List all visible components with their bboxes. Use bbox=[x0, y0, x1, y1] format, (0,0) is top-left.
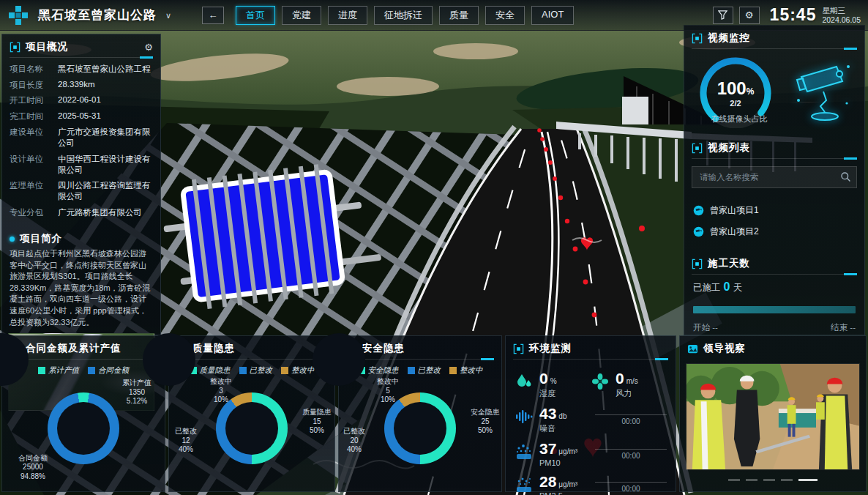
wind-label: 风力 bbox=[616, 388, 638, 399]
pm25-icon bbox=[515, 475, 534, 494]
intro-title: 项目简介 bbox=[20, 232, 62, 245]
dashboard: 黑石坡至曾家山公路 ∨ ← 首页 党建 进度 征地拆迁 质量 安全 AIOT ⚙… bbox=[0, 0, 868, 495]
days-label: 已施工 bbox=[693, 283, 721, 293]
donut-total: 26350 bbox=[0, 346, 21, 362]
camera-name: 曾家山项目2 bbox=[710, 226, 759, 238]
carousel-dot[interactable] bbox=[763, 479, 775, 481]
settings-button[interactable]: ⚙ bbox=[739, 7, 760, 24]
section-icon bbox=[692, 33, 703, 44]
camera-name: 曾家山项目1 bbox=[710, 204, 759, 217]
gauge-value: 100% bbox=[690, 78, 781, 99]
gear-icon[interactable]: ⚙ bbox=[144, 42, 153, 53]
pm10-metric: 37μg/m³ PM10 bbox=[515, 441, 591, 467]
donut-total-label: 总计 bbox=[331, 362, 347, 373]
search-input[interactable] bbox=[692, 166, 857, 188]
field-row: 专业分包广元路桥集团有限公司 bbox=[10, 207, 153, 218]
field-label: 设计单位 bbox=[10, 154, 58, 176]
inspection-photo-art bbox=[686, 364, 859, 469]
chevron-down-icon[interactable]: ∨ bbox=[165, 11, 171, 21]
construction-days: 已施工0天 开始 -- 结束 -- bbox=[684, 275, 864, 339]
days-range: 开始 -- 结束 -- bbox=[693, 322, 856, 333]
date-label: 2024.06.05 bbox=[822, 15, 861, 24]
divider bbox=[692, 158, 857, 159]
back-button[interactable]: ← bbox=[202, 7, 224, 24]
gauge-ratio: 2/2 bbox=[690, 99, 781, 108]
environment-panel: 环境监测 0% 湿度 bbox=[505, 335, 676, 492]
axis-time-label: 00:00 bbox=[621, 485, 640, 493]
clock-date: 星期三 2024.06.05 bbox=[822, 6, 861, 23]
divider bbox=[10, 57, 153, 58]
tab-progress[interactable]: 进度 bbox=[328, 6, 367, 25]
page-title: 黑石坡至曾家山公路 bbox=[38, 7, 157, 23]
divider bbox=[692, 48, 857, 49]
field-label: 项目名称 bbox=[10, 64, 58, 75]
wind-icon bbox=[591, 372, 610, 391]
env-row-pm25: 28μg/m³ PM2.5 00:00 bbox=[515, 474, 667, 495]
donut bbox=[48, 392, 119, 464]
field-row: 监理单位四川公路工程咨询监理有限公司 bbox=[10, 180, 153, 202]
field-value: 黑石坡至曾家山公路工程 bbox=[58, 64, 151, 75]
list-item-camera-1[interactable]: 曾家山项目1 bbox=[693, 204, 856, 217]
gear-icon: ⚙ bbox=[745, 10, 754, 21]
field-label: 监理单位 bbox=[10, 180, 58, 202]
panel-title: 视频监控 bbox=[708, 31, 750, 45]
bullet-icon bbox=[10, 237, 15, 242]
divider bbox=[513, 359, 668, 360]
days-worked: 已施工0天 bbox=[693, 280, 856, 294]
noise-icon bbox=[515, 407, 534, 426]
project-overview-panel: 项目概况 ⚙ 项目名称黑石坡至曾家山公路工程 项目长度28.339km 开工时间… bbox=[1, 34, 161, 335]
env-row-pm10: 37μg/m³ PM10 00:00 bbox=[515, 441, 667, 467]
tab-land[interactable]: 征地拆迁 bbox=[374, 6, 433, 25]
list-item-camera-2[interactable]: 曾家山项目2 bbox=[693, 226, 856, 238]
overview-fields: 项目名称黑石坡至曾家山公路工程 项目长度28.339km 开工时间2022-06… bbox=[2, 58, 160, 226]
video-search bbox=[692, 166, 857, 188]
days-progress-bar bbox=[693, 306, 856, 313]
tab-quality[interactable]: 质量 bbox=[439, 6, 479, 25]
panel-title: 合同金额及累计产值 bbox=[26, 342, 121, 355]
section-icon bbox=[10, 42, 20, 53]
carousel-dot[interactable] bbox=[746, 479, 757, 481]
noise-sparkline: 00:00 bbox=[595, 414, 667, 425]
carousel-dots bbox=[680, 479, 866, 481]
search-icon[interactable] bbox=[840, 171, 851, 182]
field-label: 专业分包 bbox=[10, 207, 58, 218]
wind-metric: 0m/s 风力 bbox=[591, 371, 667, 399]
section-icon bbox=[692, 258, 703, 269]
axis-time-label: 00:00 bbox=[621, 417, 640, 425]
field-row: 建设单位广元市交通投资集团有限公司 bbox=[10, 127, 153, 149]
legend-item[interactable]: 已整改 bbox=[408, 365, 441, 376]
slice-label: 合同金额2500094.88% bbox=[18, 454, 48, 482]
panel-header: 环境监测 bbox=[506, 336, 676, 359]
section-icon bbox=[513, 343, 524, 354]
carousel-dot[interactable] bbox=[728, 479, 740, 481]
slice-label: 安全隐患2550% bbox=[471, 408, 500, 436]
pm10-sparkline: 00:00 bbox=[595, 449, 667, 460]
humidity-metric: 0% 湿度 bbox=[515, 371, 591, 399]
legend-item[interactable]: 已整改 bbox=[239, 365, 273, 376]
donut-center: 50 总计 bbox=[303, 324, 375, 395]
gauge-caption: 在线摄像头占比 bbox=[684, 113, 794, 124]
tab-safety[interactable]: 安全 bbox=[485, 6, 525, 25]
topbar: 黑石坡至曾家山公路 ∨ ← 首页 党建 进度 征地拆迁 质量 安全 AIOT ⚙… bbox=[0, 0, 868, 31]
tab-party[interactable]: 党建 bbox=[282, 6, 321, 25]
humidity-label: 湿度 bbox=[539, 388, 557, 399]
tab-aiot[interactable]: AIOT bbox=[531, 6, 574, 25]
field-row: 开工时间2022-06-01 bbox=[10, 95, 153, 106]
legend-item[interactable]: 整改中 bbox=[449, 365, 483, 376]
inspection-photo[interactable] bbox=[686, 363, 860, 470]
image-icon bbox=[687, 343, 698, 354]
filter-button[interactable] bbox=[713, 7, 733, 24]
intro-header: 项目简介 bbox=[2, 226, 160, 248]
noise-metric: 43db 噪音 bbox=[515, 406, 591, 434]
panel-header: 视频列表 bbox=[684, 135, 864, 158]
camera-gauge-row: 100% 2/2 在线摄像头占比 bbox=[684, 49, 864, 128]
field-row: 项目名称黑石坡至曾家山公路工程 bbox=[10, 64, 153, 75]
donut-total: 50 bbox=[331, 346, 346, 362]
legend-item[interactable]: 合同金额 bbox=[88, 365, 129, 376]
legend-item[interactable]: 累计产值 bbox=[38, 365, 79, 376]
carousel-dot-active[interactable] bbox=[798, 479, 818, 481]
funnel-icon bbox=[718, 10, 727, 20]
tab-home[interactable]: 首页 bbox=[236, 6, 275, 25]
panel-title: 视频列表 bbox=[708, 141, 750, 155]
carousel-dot[interactable] bbox=[781, 479, 793, 481]
